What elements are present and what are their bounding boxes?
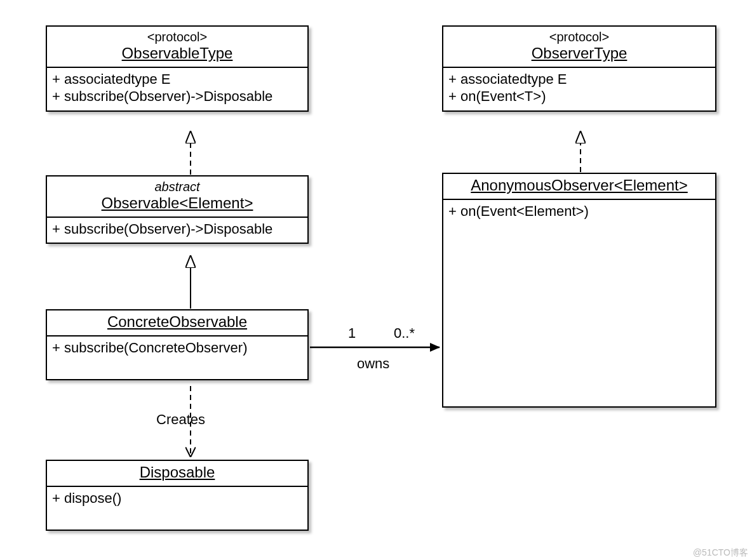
class-name-label: AnonymousObserver<Element> [471, 177, 688, 194]
class-observer-type: <protocol> ObserverType + associatedtype… [442, 25, 716, 112]
member: + dispose() [52, 490, 302, 507]
class-name-label: Disposable [140, 463, 215, 481]
class-name-label: ObservableType [122, 44, 233, 62]
stereotype-label: <protocol> [447, 29, 711, 44]
class-head: <protocol> ObserverType [443, 27, 715, 68]
class-head: AnonymousObserver<Element> [443, 174, 715, 200]
member: + associatedtype E [52, 70, 302, 88]
member: + associatedtype E [448, 70, 710, 88]
class-name-label: ObserverType [532, 44, 628, 62]
class-body: + dispose() [47, 487, 307, 530]
class-anonymous-observer: AnonymousObserver<Element> + on(Event<El… [442, 173, 716, 408]
stereotype-label: <protocol> [51, 29, 304, 44]
member: + subscribe(ConcreteObserver) [52, 339, 302, 357]
class-name-label: ConcreteObservable [107, 313, 247, 330]
class-body: + on(Event<Element>) [443, 200, 715, 225]
class-head: ConcreteObservable [47, 310, 307, 337]
class-observable: abstract Observable<Element> + subscribe… [46, 175, 309, 244]
member: + on(Event<T>) [448, 88, 710, 105]
member-spacer [52, 507, 302, 524]
member-spacer [52, 356, 302, 374]
class-body: + subscribe(ConcreteObserver) [47, 337, 307, 379]
class-observable-type: <protocol> ObservableType + associatedty… [46, 25, 309, 112]
class-body: + subscribe(Observer)->Disposable [47, 218, 307, 243]
class-name-label: Observable<Element> [102, 194, 253, 211]
relation-owns-label: owns [357, 356, 389, 372]
member: + subscribe(Observer)->Disposable [52, 88, 302, 105]
class-body: + associatedtype E + on(Event<T>) [443, 68, 715, 110]
class-head: Disposable [47, 461, 307, 487]
class-disposable: Disposable + dispose() [46, 460, 309, 531]
member: + subscribe(Observer)->Disposable [52, 220, 302, 238]
relation-creates-label: Creates [156, 411, 205, 428]
class-head: <protocol> ObservableType [47, 27, 307, 68]
watermark-label: @51CTO博客 [693, 547, 748, 559]
uml-canvas: <protocol> ObservableType + associatedty… [0, 0, 752, 560]
class-concrete-observable: ConcreteObservable + subscribe(ConcreteO… [46, 309, 309, 380]
member: + on(Event<Element>) [448, 203, 710, 220]
relation-owns-mult-right: 0..* [394, 325, 415, 342]
class-body: + associatedtype E + subscribe(Observer)… [47, 68, 307, 110]
abstract-label: abstract [51, 179, 304, 194]
relation-owns-mult-left: 1 [348, 325, 356, 342]
class-head: abstract Observable<Element> [47, 177, 307, 218]
